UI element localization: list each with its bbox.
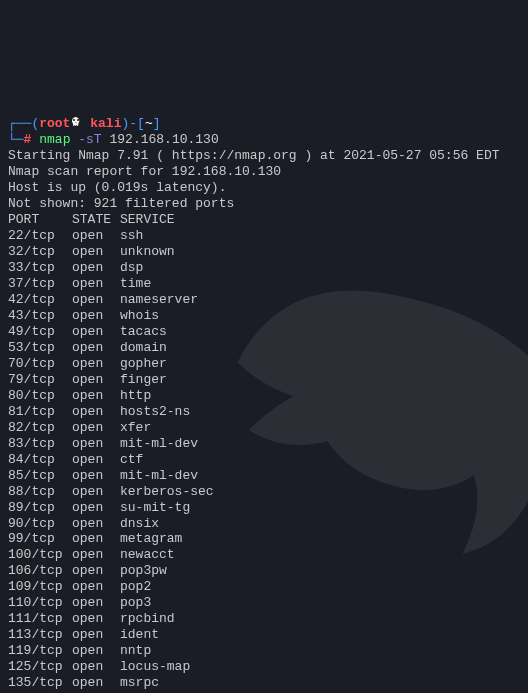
port-row: 84/tcpopenctf (8, 452, 520, 468)
port-state: open (72, 372, 120, 388)
port-value: 110/tcp (8, 595, 72, 611)
port-value: 81/tcp (8, 404, 72, 420)
port-value: 88/tcp (8, 484, 72, 500)
port-service: tacacs (120, 324, 167, 340)
port-row: 70/tcpopengopher (8, 356, 520, 372)
port-row: 119/tcpopennntp (8, 643, 520, 659)
port-row: 135/tcpopenmsrpc (8, 675, 520, 691)
prompt-user: root (39, 116, 70, 131)
port-service: mit-ml-dev (120, 436, 198, 452)
port-value: 84/tcp (8, 452, 72, 468)
port-service: whois (120, 308, 159, 324)
prompt-box-bottom: └─ (8, 132, 24, 147)
port-value: 100/tcp (8, 547, 72, 563)
port-service: xfer (120, 420, 151, 436)
port-service: time (120, 276, 151, 292)
port-service: msrpc (120, 675, 159, 691)
header-port: PORT (8, 212, 72, 228)
port-state: open (72, 292, 120, 308)
port-value: 111/tcp (8, 611, 72, 627)
port-row: 111/tcpopenrpcbind (8, 611, 520, 627)
port-value: 89/tcp (8, 500, 72, 516)
port-service: newacct (120, 547, 175, 563)
port-state: open (72, 244, 120, 260)
port-value: 82/tcp (8, 420, 72, 436)
port-state: open (72, 468, 120, 484)
port-value: 33/tcp (8, 260, 72, 276)
port-row: 53/tcpopendomain (8, 340, 520, 356)
port-state: open (72, 563, 120, 579)
port-value: 79/tcp (8, 372, 72, 388)
port-row: 125/tcpopenlocus-map (8, 659, 520, 675)
port-row: 113/tcpopenident (8, 627, 520, 643)
port-row: 89/tcpopensu-mit-tg (8, 500, 520, 516)
header-service: SERVICE (120, 212, 175, 228)
port-value: 32/tcp (8, 244, 72, 260)
port-service: dnsix (120, 516, 159, 532)
port-state: open (72, 452, 120, 468)
port-service: su-mit-tg (120, 500, 190, 516)
port-service: hosts2-ns (120, 404, 190, 420)
port-row: 81/tcpopenhosts2-ns (8, 404, 520, 420)
port-service: dsp (120, 260, 143, 276)
port-value: 85/tcp (8, 468, 72, 484)
port-service: kerberos-sec (120, 484, 214, 500)
port-service: finger (120, 372, 167, 388)
header-state: STATE (72, 212, 120, 228)
port-state: open (72, 228, 120, 244)
prompt-box-top: ┌── (8, 116, 31, 131)
port-service: pop3pw (120, 563, 167, 579)
port-value: 119/tcp (8, 643, 72, 659)
port-value: 49/tcp (8, 324, 72, 340)
port-row: 110/tcpopenpop3 (8, 595, 520, 611)
port-state: open (72, 260, 120, 276)
port-state: open (72, 356, 120, 372)
port-row: 22/tcpopenssh (8, 228, 520, 244)
port-state: open (72, 308, 120, 324)
port-value: 42/tcp (8, 292, 72, 308)
port-value: 80/tcp (8, 388, 72, 404)
port-value: 125/tcp (8, 659, 72, 675)
port-state: open (72, 643, 120, 659)
port-state: open (72, 500, 120, 516)
port-service: unknown (120, 244, 175, 260)
port-row: 109/tcpopenpop2 (8, 579, 520, 595)
port-state: open (72, 420, 120, 436)
port-service: pop3 (120, 595, 151, 611)
port-value: 22/tcp (8, 228, 72, 244)
prompt-hash: # (24, 132, 32, 147)
port-row: 90/tcpopendnsix (8, 516, 520, 532)
port-service: pop2 (120, 579, 151, 595)
port-value: 109/tcp (8, 579, 72, 595)
port-state: open (72, 547, 120, 563)
prompt-path: ~ (145, 116, 153, 131)
port-state: open (72, 484, 120, 500)
port-service: locus-map (120, 659, 190, 675)
port-state: open (72, 659, 120, 675)
command-target: 192.168.10.130 (109, 132, 218, 147)
command-name: nmap (39, 132, 70, 147)
prompt-host: kali (90, 116, 121, 131)
port-row: 88/tcpopenkerberos-sec (8, 484, 520, 500)
port-row: 85/tcpopenmit-ml-dev (8, 468, 520, 484)
output-starting: Starting Nmap 7.91 ( https://nmap.org ) … (8, 148, 499, 163)
port-row: 32/tcpopenunknown (8, 244, 520, 260)
port-state: open (72, 388, 120, 404)
port-row: 82/tcpopenxfer (8, 420, 520, 436)
port-service: mit-ml-dev (120, 468, 198, 484)
port-row: 100/tcpopennewacct (8, 547, 520, 563)
port-row: 42/tcpopennameserver (8, 292, 520, 308)
port-service: ident (120, 627, 159, 643)
port-state: open (72, 675, 120, 691)
output-notshown: Not shown: 921 filtered ports (8, 196, 234, 211)
port-state: open (72, 436, 120, 452)
port-value: 106/tcp (8, 563, 72, 579)
port-state: open (72, 404, 120, 420)
port-service: nntp (120, 643, 151, 659)
port-service: ssh (120, 228, 143, 244)
prompt-bracket-open: -[ (129, 116, 145, 131)
port-row: 33/tcpopendsp (8, 260, 520, 276)
port-value: 83/tcp (8, 436, 72, 452)
port-value: 37/tcp (8, 276, 72, 292)
port-value: 135/tcp (8, 675, 72, 691)
